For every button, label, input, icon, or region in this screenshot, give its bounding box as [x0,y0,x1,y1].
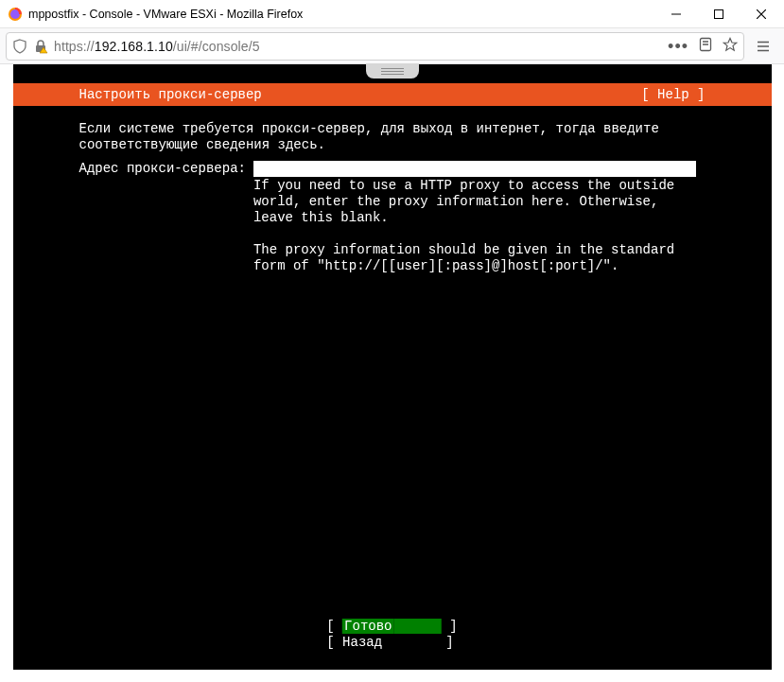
page-actions-icon[interactable]: ••• [668,42,688,51]
proxy-help-2: The proxy information should be given in… [253,242,696,274]
shield-icon [12,39,27,54]
url-prefix: https:// [54,39,95,54]
svg-rect-2 [714,9,723,18]
url-host: 192.168.1.10 [95,39,173,54]
dialog-intro: Если системе требуется прокси-сервер, дл… [79,121,715,153]
dialog-buttons: [ Готово ] [ Назад ] [326,619,457,651]
proxy-help-text: If you need to use a HTTP proxy to acces… [253,178,696,274]
bookmark-star-icon[interactable] [723,37,738,55]
close-button[interactable] [740,0,782,27]
vm-console[interactable]: Настроить прокси-сервер [ Help ] Если си… [13,64,772,670]
proxy-input[interactable] [253,161,696,177]
console-pull-tab[interactable] [366,63,419,79]
help-button[interactable]: [ Help ] [641,87,705,103]
url-path: /ui/#/console/5 [173,39,260,54]
window-title: mppostfix - Console - VMware ESXi - Mozi… [28,8,654,21]
lock-warning-icon [33,39,48,54]
url-right-controls: ••• [668,37,738,55]
url-toolbar: https://192.168.1.10/ui/#/console/5 ••• [0,28,784,64]
window-titlebar: mppostfix - Console - VMware ESXi - Mozi… [0,0,784,28]
proxy-help-1: If you need to use a HTTP proxy to acces… [253,178,696,226]
proxy-field-right: If you need to use a HTTP proxy to acces… [253,161,715,274]
back-button[interactable]: [ Назад ] [326,635,457,651]
dialog-header: Настроить прокси-сервер [ Help ] [13,83,772,106]
app-menu-button[interactable] [748,32,778,61]
reader-mode-icon[interactable] [698,37,713,55]
url-text: https://192.168.1.10/ui/#/console/5 [54,39,662,54]
window-controls [654,0,782,27]
maximize-button[interactable] [697,0,740,27]
proxy-label: Адрес прокси-сервера: [79,161,246,274]
minimize-button[interactable] [654,0,697,27]
firefox-icon [8,7,23,22]
address-bar[interactable]: https://192.168.1.10/ui/#/console/5 ••• [6,32,744,61]
done-button[interactable]: [ Готово ] [326,619,457,635]
grip-icon [381,68,404,75]
proxy-field-row: Адрес прокси-сервера: If you need to use… [79,161,715,274]
dialog-title: Настроить прокси-сервер [79,87,262,103]
console-container: Настроить прокси-сервер [ Help ] Если си… [0,64,784,682]
